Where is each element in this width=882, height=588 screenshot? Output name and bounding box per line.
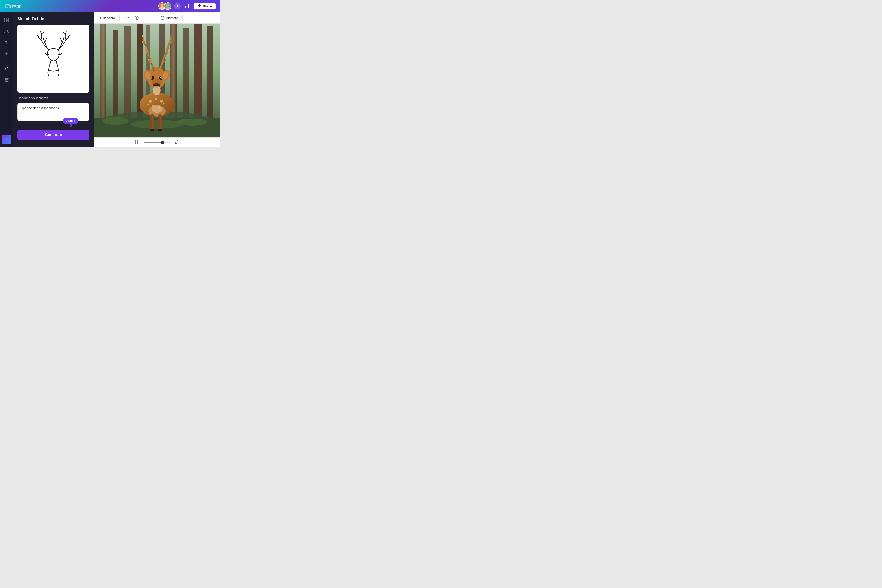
svg-point-80 bbox=[150, 129, 154, 131]
svg-rect-13 bbox=[7, 32, 8, 33]
svg-rect-84 bbox=[138, 140, 139, 142]
svg-point-24 bbox=[7, 81, 8, 82]
deer-sketch-svg bbox=[23, 30, 84, 87]
svg-point-23 bbox=[6, 81, 7, 82]
info-button[interactable] bbox=[133, 14, 141, 21]
zoom-slider[interactable] bbox=[144, 142, 170, 143]
generate-button[interactable]: Generate bbox=[18, 129, 89, 140]
svg-point-18 bbox=[7, 78, 8, 79]
grid-view-button[interactable] bbox=[134, 139, 140, 146]
canva-logo: Canva bbox=[4, 3, 21, 10]
page-thumbnail[interactable]: 1 bbox=[2, 135, 11, 144]
svg-point-60 bbox=[147, 104, 149, 105]
deer-forest-svg bbox=[94, 24, 220, 137]
svg-point-50 bbox=[102, 117, 129, 125]
animate-button[interactable]: Animate bbox=[158, 14, 180, 21]
svg-point-52 bbox=[131, 120, 183, 129]
svg-text:T: T bbox=[5, 40, 8, 45]
edit-photo-button[interactable]: Edit photo bbox=[98, 15, 117, 21]
flip-button[interactable]: Flip bbox=[122, 15, 132, 21]
svg-point-27 bbox=[136, 17, 137, 17]
svg-point-21 bbox=[7, 80, 8, 81]
canvas-area bbox=[94, 24, 220, 137]
zoom-fill bbox=[144, 142, 162, 143]
svg-point-1 bbox=[161, 4, 164, 7]
svg-point-54 bbox=[149, 100, 152, 103]
collaborator-avatars bbox=[158, 2, 171, 10]
zoom-thumb[interactable] bbox=[161, 141, 164, 144]
svg-rect-10 bbox=[7, 18, 9, 20]
svg-point-5 bbox=[166, 7, 170, 10]
toolbar-divider-1 bbox=[119, 15, 120, 21]
svg-rect-9 bbox=[4, 18, 6, 22]
svg-point-56 bbox=[160, 100, 163, 103]
zoom-track bbox=[144, 142, 170, 143]
sidebar-divider bbox=[3, 61, 10, 62]
main-layout: T 1 bbox=[0, 12, 220, 147]
svg-point-14 bbox=[4, 32, 6, 33]
svg-marker-12 bbox=[7, 30, 8, 31]
header-right: + Share bbox=[158, 2, 216, 10]
avatar-2 bbox=[164, 2, 171, 10]
sketch-preview bbox=[18, 25, 89, 93]
describe-textarea[interactable]: Spotted deer in the woods bbox=[18, 103, 89, 121]
user-tooltip: Jessie bbox=[63, 118, 78, 124]
sidebar-item-upload[interactable] bbox=[2, 49, 12, 60]
svg-rect-11 bbox=[7, 20, 9, 22]
svg-point-4 bbox=[166, 4, 169, 7]
svg-rect-7 bbox=[187, 5, 188, 8]
svg-rect-79 bbox=[158, 116, 160, 128]
toolbar-divider-3 bbox=[156, 15, 156, 21]
svg-rect-86 bbox=[138, 142, 139, 144]
sidebar-item-apps[interactable] bbox=[2, 75, 12, 85]
left-panel: Sketch To Life bbox=[13, 12, 94, 147]
svg-point-36 bbox=[190, 18, 191, 18]
expand-button[interactable] bbox=[174, 139, 180, 146]
svg-point-2 bbox=[160, 7, 164, 10]
more-options-button[interactable] bbox=[185, 14, 193, 22]
svg-point-62 bbox=[152, 105, 162, 113]
sidebar-item-draw[interactable] bbox=[2, 63, 12, 74]
sidebar-item-text[interactable]: T bbox=[2, 38, 12, 48]
sidebar-item-elements[interactable] bbox=[2, 26, 12, 37]
svg-point-55 bbox=[155, 98, 157, 100]
svg-rect-85 bbox=[136, 142, 137, 144]
svg-rect-8 bbox=[188, 4, 189, 8]
add-collaborator-button[interactable]: + bbox=[174, 3, 181, 9]
app-header: Canva + bbox=[0, 0, 220, 12]
analytics-button[interactable] bbox=[183, 2, 191, 10]
svg-point-81 bbox=[158, 129, 162, 131]
toolbar-divider-2 bbox=[143, 15, 143, 21]
svg-point-33 bbox=[162, 18, 163, 18]
describe-label: Describe your sketch bbox=[18, 96, 89, 100]
svg-point-59 bbox=[163, 103, 165, 105]
svg-point-19 bbox=[4, 80, 6, 81]
bottom-bar bbox=[94, 137, 220, 147]
lines-menu-button[interactable] bbox=[145, 14, 154, 22]
svg-rect-83 bbox=[136, 140, 137, 142]
share-button[interactable]: Share bbox=[194, 3, 216, 10]
sidebar-item-layout[interactable] bbox=[2, 15, 12, 26]
panel-title: Sketch To Life bbox=[18, 16, 89, 21]
toolbar: Edit photo Flip bbox=[94, 12, 220, 24]
canvas-image[interactable] bbox=[94, 24, 220, 137]
svg-rect-78 bbox=[150, 116, 152, 128]
svg-point-22 bbox=[4, 81, 6, 82]
svg-point-34 bbox=[187, 18, 188, 18]
right-area: Edit photo Flip bbox=[94, 12, 220, 147]
sidebar-icons: T 1 bbox=[0, 12, 13, 147]
svg-point-16 bbox=[4, 78, 6, 79]
svg-point-71 bbox=[160, 77, 161, 78]
describe-textarea-wrapper: Spotted deer in the woods Jessie ▲ bbox=[18, 103, 89, 122]
svg-rect-6 bbox=[185, 6, 186, 8]
svg-point-35 bbox=[189, 18, 189, 18]
svg-point-17 bbox=[6, 78, 7, 79]
svg-point-82 bbox=[153, 86, 160, 95]
svg-point-20 bbox=[6, 80, 7, 81]
